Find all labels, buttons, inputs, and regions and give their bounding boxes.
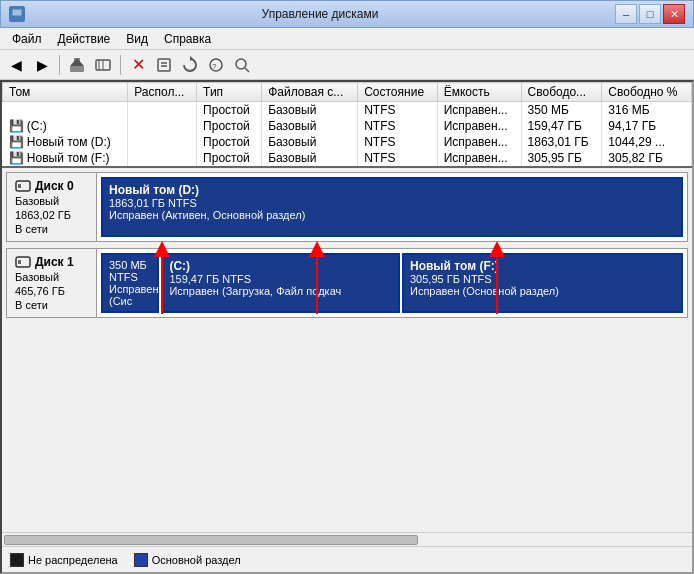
menu-bar: Файл Действие Вид Справка (0, 28, 694, 50)
disk-table: Том Распол... Тип Файловая с... Состояни… (2, 82, 692, 168)
cell-freepct: 1044,29 ... (602, 134, 692, 150)
cell-status: NTFS (358, 134, 437, 150)
cell-type: Простой (197, 118, 262, 134)
d-partition-name: Новый том (D:) (109, 183, 675, 197)
cell-name: 💾 Новый том (D:) (3, 134, 128, 150)
cell-name: 💾 (C:) (3, 118, 128, 134)
disk-1-size: 465,76 ГБ (15, 285, 88, 297)
menu-file[interactable]: Файл (4, 30, 50, 48)
title-bar: Управление дисками – □ ✕ (0, 0, 694, 28)
svg-rect-17 (18, 184, 21, 188)
cell-status: NTFS (358, 102, 437, 119)
col-volume[interactable]: Том (3, 83, 128, 102)
refresh-button[interactable] (178, 53, 202, 77)
col-free[interactable]: Свободо... (521, 83, 602, 102)
horizontal-scrollbar[interactable] (2, 532, 692, 546)
svg-line-15 (245, 68, 249, 72)
toolbar-btn-2[interactable] (91, 53, 115, 77)
window-controls: – □ ✕ (615, 4, 685, 24)
primary-icon (134, 553, 148, 567)
col-status[interactable]: Состояние (358, 83, 437, 102)
disk-1-type: Базовый (15, 271, 88, 283)
f-partition-name: Новый том (F:) (410, 259, 675, 273)
svg-rect-0 (12, 9, 22, 16)
disk-1-label: Диск 1 Базовый 465,76 ГБ В сети (7, 249, 97, 317)
f-partition-status: Исправен (Основной раздел) (410, 285, 675, 297)
disk-1-partition-c[interactable]: (C:) 159,47 ГБ NTFS Исправен (Загрузка, … (161, 253, 400, 313)
cell-capacity: Исправен... (437, 118, 521, 134)
c-partition-name: (C:) (169, 259, 392, 273)
primary-label: Основной раздел (152, 554, 241, 566)
toolbar-separator-2 (120, 55, 121, 75)
scrollbar-thumb[interactable] (4, 535, 418, 545)
forward-button[interactable]: ▶ (30, 53, 54, 77)
menu-action[interactable]: Действие (50, 30, 119, 48)
cell-location (128, 118, 197, 134)
legend-unallocated: Не распределена (10, 553, 118, 567)
disk-0-row: Диск 0 Базовый 1863,02 ГБ В сети Новый т… (6, 172, 688, 242)
disk-0-name: Диск 0 (35, 179, 74, 193)
sys-partition-status: Исправен (Сис (109, 283, 151, 307)
cell-fs: Базовый (262, 118, 358, 134)
cell-free: 305,95 ГБ (521, 150, 602, 166)
sys-partition-size: 350 МБ NTFS (109, 259, 151, 283)
svg-point-14 (236, 59, 246, 69)
legend-primary: Основной раздел (134, 553, 241, 567)
cell-capacity: Исправен... (437, 102, 521, 119)
disk-0-label: Диск 0 Базовый 1863,02 ГБ В сети (7, 173, 97, 241)
cell-freepct: 316 МБ (602, 102, 692, 119)
disk-0-size: 1863,02 ГБ (15, 209, 88, 221)
disk-0-partitions: Новый том (D:) 1863,01 ГБ NTFS Исправен … (97, 173, 687, 241)
d-partition-status: Исправен (Активен, Основной раздел) (109, 209, 675, 221)
toolbar: ◀ ▶ ✕ ? (0, 50, 694, 80)
c-partition-status: Исправен (Загрузка, Файл подкач (169, 285, 392, 297)
cell-type: Простой (197, 150, 262, 166)
table-row[interactable]: 💾 Новый том (F:) Простой Базовый NTFS Ис… (3, 150, 692, 166)
col-type[interactable]: Тип (197, 83, 262, 102)
delete-button[interactable]: ✕ (126, 53, 150, 77)
disk-1-partition-sys[interactable]: 350 МБ NTFS Исправен (Сис (101, 253, 159, 313)
table-row[interactable]: 💾 Новый том (D:) Простой Базовый NTFS Ис… (3, 134, 692, 150)
toolbar-btn-undo[interactable]: ? (204, 53, 228, 77)
col-freepct[interactable]: Свободно % (602, 83, 692, 102)
cell-type: Простой (197, 102, 262, 119)
cell-name (3, 102, 128, 119)
cell-location (128, 102, 197, 119)
toolbar-btn-search[interactable] (230, 53, 254, 77)
col-fs[interactable]: Файловая с... (262, 83, 358, 102)
menu-view[interactable]: Вид (118, 30, 156, 48)
col-capacity[interactable]: Ёмкость (437, 83, 521, 102)
maximize-button[interactable]: □ (639, 4, 661, 24)
unallocated-label: Не распределена (28, 554, 118, 566)
col-location[interactable]: Распол... (128, 83, 197, 102)
disk-1-partitions: 350 МБ NTFS Исправен (Сис (C:) 159,47 ГБ… (97, 249, 687, 317)
up-button[interactable] (65, 53, 89, 77)
back-button[interactable]: ◀ (4, 53, 28, 77)
disk-1-name: Диск 1 (35, 255, 74, 269)
disk-0-status: В сети (15, 223, 88, 235)
cell-freepct: 305,82 ГБ (602, 150, 692, 166)
cell-fs: Базовый (262, 134, 358, 150)
properties-button[interactable] (152, 53, 176, 77)
menu-help[interactable]: Справка (156, 30, 219, 48)
d-partition-size: 1863,01 ГБ NTFS (109, 197, 675, 209)
svg-rect-1 (14, 17, 20, 18)
minimize-button[interactable]: – (615, 4, 637, 24)
cell-free: 1863,01 ГБ (521, 134, 602, 150)
cell-status: NTFS (358, 150, 437, 166)
cell-name: 💾 Новый том (F:) (3, 150, 128, 166)
c-partition-size: 159,47 ГБ NTFS (169, 273, 392, 285)
cell-free: 350 МБ (521, 102, 602, 119)
close-button[interactable]: ✕ (663, 4, 685, 24)
cell-capacity: Исправен... (437, 150, 521, 166)
disk-0-type: Базовый (15, 195, 88, 207)
svg-rect-8 (158, 59, 170, 71)
disk-map: Диск 0 Базовый 1863,02 ГБ В сети Новый т… (2, 168, 692, 532)
disk-0-partition-d[interactable]: Новый том (D:) 1863,01 ГБ NTFS Исправен … (101, 177, 683, 237)
window-title: Управление дисками (25, 7, 615, 21)
svg-marker-4 (70, 58, 84, 66)
table-row[interactable]: 💾 (C:) Простой Базовый NTFS Исправен... … (3, 118, 692, 134)
f-partition-size: 305,95 ГБ NTFS (410, 273, 675, 285)
disk-1-partition-f[interactable]: Новый том (F:) 305,95 ГБ NTFS Исправен (… (402, 253, 683, 313)
table-row[interactable]: Простой Базовый NTFS Исправен... 350 МБ … (3, 102, 692, 119)
